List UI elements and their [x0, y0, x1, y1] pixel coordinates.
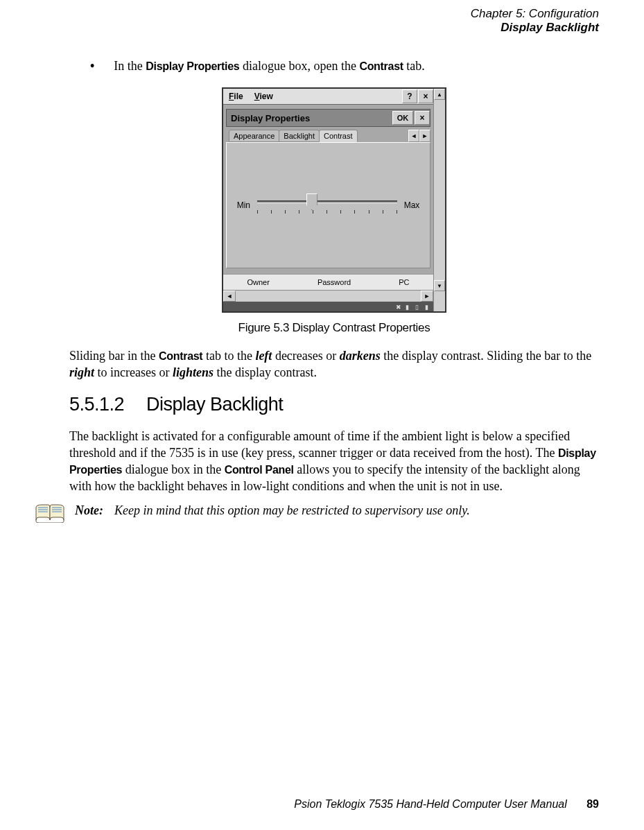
note-text: Keep in mind that this option may be res…	[114, 503, 470, 517]
taskbar: ✖ ▮ ▯ ▮	[223, 302, 433, 311]
tray-icon: ▮	[406, 304, 411, 309]
tray-icon: ▮	[425, 304, 430, 309]
ok-button[interactable]: OK	[392, 111, 413, 125]
tab-strip: Appearance Backlight Contrast ◄ ►	[223, 127, 433, 142]
dialog-titlebar: Display Properties OK ×	[226, 109, 430, 127]
close-button[interactable]: ×	[418, 89, 433, 103]
slider-thumb[interactable]	[306, 193, 317, 210]
tray-icon: ▯	[415, 304, 421, 309]
page-footer: Psion Teklogix 7535 Hand-Held Computer U…	[294, 798, 599, 811]
horizontal-scrollbar[interactable]: ◄ ►	[223, 290, 433, 302]
page-header: Chapter 5: Configuration Display Backlig…	[0, 0, 644, 35]
tab-contrast[interactable]: Contrast	[319, 130, 358, 142]
paragraph-contrast-explain: Sliding bar in the Contrast tab to the l…	[69, 347, 599, 381]
section-number: 5.5.1.2	[69, 394, 124, 415]
dialog-close-button[interactable]: ×	[415, 111, 430, 125]
item-password[interactable]: Password	[317, 278, 351, 286]
note-block: Note:Keep in mind that this option may b…	[35, 503, 599, 523]
section-title: Display Backlight	[146, 394, 283, 415]
menu-bar: File View ? ×	[223, 89, 433, 105]
tab-backlight[interactable]: Backlight	[279, 130, 320, 142]
contrast-panel: Min Max	[226, 142, 430, 268]
bullet-icon: •	[90, 59, 94, 74]
min-label: Min	[237, 200, 250, 210]
item-pc[interactable]: PC	[399, 278, 409, 286]
control-panel-items: Owner Password PC	[223, 274, 433, 290]
screenshot-figure: File View ? × Display Properties OK × Ap…	[69, 87, 599, 313]
help-button[interactable]: ?	[402, 89, 417, 103]
section-heading: 5.5.1.2Display Backlight	[69, 394, 599, 415]
contrast-slider[interactable]	[257, 195, 397, 216]
vertical-scrollbar[interactable]: ▲ ▼	[433, 89, 445, 311]
paragraph-backlight-explain: The backlight is activated for a configu…	[69, 428, 599, 495]
scroll-down-button[interactable]: ▼	[434, 280, 445, 291]
section-label: Display Backlight	[0, 21, 599, 35]
tray-icon: ✖	[396, 304, 401, 309]
chapter-label: Chapter 5: Configuration	[0, 7, 599, 21]
scroll-left-button[interactable]: ◄	[223, 291, 236, 302]
scroll-up-button[interactable]: ▲	[434, 89, 445, 100]
tab-nav-left[interactable]: ◄	[408, 130, 419, 142]
note-book-icon	[35, 503, 65, 523]
item-owner[interactable]: Owner	[247, 278, 270, 286]
display-properties-screenshot: File View ? × Display Properties OK × Ap…	[222, 87, 446, 313]
dialog-title: Display Properties	[231, 113, 392, 123]
step-text: In the Display Properties dialogue box, …	[114, 59, 424, 74]
scroll-right-button[interactable]: ►	[421, 291, 433, 302]
instruction-step: • In the Display Properties dialogue box…	[90, 59, 599, 74]
tab-nav-right[interactable]: ►	[419, 130, 430, 142]
note-label: Note:	[75, 503, 103, 517]
page-number: 89	[586, 798, 599, 810]
max-label: Max	[404, 200, 420, 210]
tab-appearance[interactable]: Appearance	[229, 130, 279, 142]
menu-view[interactable]: View	[249, 90, 279, 103]
menu-file[interactable]: File	[223, 90, 249, 103]
manual-title: Psion Teklogix 7535 Hand-Held Computer U…	[294, 798, 566, 810]
figure-caption: Figure 5.3 Display Contrast Properties	[69, 321, 599, 335]
